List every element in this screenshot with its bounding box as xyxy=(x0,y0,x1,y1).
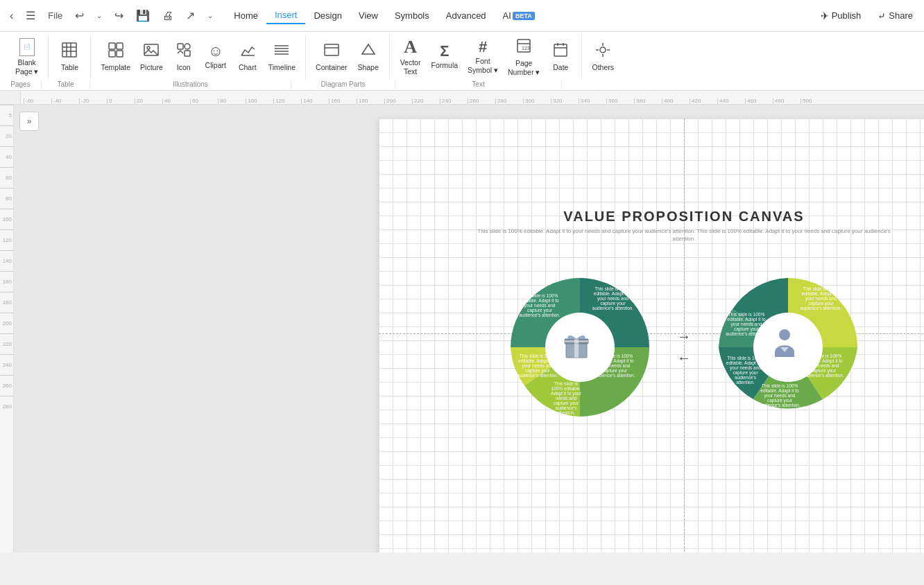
icon-button[interactable]: Icon xyxy=(169,39,199,75)
container-button[interactable]: Container xyxy=(311,39,352,75)
slide-title-container: VALUE PROPOSITION CANVAS This slide is 1… xyxy=(476,209,892,243)
ruler-tick: 140 xyxy=(301,98,329,104)
top-bar: ‹ ☰ File ↩ ⌄ ↪ 💾 🖨 ↗ ⌄ Home Insert Desig… xyxy=(0,0,924,32)
menu-view[interactable]: View xyxy=(350,8,386,24)
ribbon-label-table: Table xyxy=(42,80,90,88)
right-circle[interactable]: This slide is 100% editable. Adapt it to… xyxy=(712,271,864,424)
others-icon xyxy=(594,42,611,61)
font-symbol-label: FontSymbol ▾ xyxy=(468,57,498,74)
ribbon-label-illustrations: Illustrations xyxy=(90,80,291,88)
icon-icon xyxy=(176,42,192,61)
file-menu[interactable]: File xyxy=(44,8,67,24)
share-button[interactable]: ⤶ Share xyxy=(872,8,918,24)
canvas-content[interactable]: VALUE PROPOSITION CANVAS This slide is 1… xyxy=(379,119,924,552)
ruler-tick: 160 xyxy=(329,98,357,104)
font-symbol-icon: # xyxy=(479,40,487,55)
redo-button[interactable]: ↪ xyxy=(110,6,128,25)
ruler-h-inner: -60 -40 -20 0 20 40 60 80 100 120 140 16… xyxy=(21,91,828,104)
arrows-container: → ← xyxy=(656,329,712,366)
svg-rect-8 xyxy=(117,51,123,57)
more-button[interactable]: ⌄ xyxy=(203,9,217,22)
slide-main-title: VALUE PROPOSITION CANVAS xyxy=(476,209,892,225)
clipart-label: Clipart xyxy=(205,61,226,70)
ribbon-label-text: Text xyxy=(395,80,562,88)
svg-text:123: 123 xyxy=(522,46,530,51)
formula-icon: Σ xyxy=(440,44,449,59)
ruler-tick: 480 xyxy=(773,98,801,104)
publish-button[interactable]: ✈ Publish xyxy=(815,8,867,24)
ruler-tick-v: 240 xyxy=(0,354,13,375)
save-button[interactable]: 💾 xyxy=(132,6,154,25)
vector-text-button[interactable]: A VectorText xyxy=(395,35,426,78)
timeline-button[interactable]: Timeline xyxy=(264,39,300,75)
menu-button[interactable]: ☰ xyxy=(22,6,40,25)
ruler-tick: 440 xyxy=(717,98,745,104)
menu-symbols[interactable]: Symbols xyxy=(386,8,438,24)
others-label: Others xyxy=(592,63,615,72)
file-label: File xyxy=(48,10,62,21)
print-button[interactable]: 🖨 xyxy=(158,7,178,25)
ruler-tick: 500 xyxy=(801,98,828,104)
main-content: 5 20 40 60 80 100 120 140 160 180 200 22… xyxy=(0,105,924,552)
svg-point-28 xyxy=(600,47,606,53)
ribbon-label-empty xyxy=(562,80,924,88)
ruler-tick: 340 xyxy=(579,98,606,104)
menu-home[interactable]: Home xyxy=(225,8,266,24)
undo-dropdown[interactable]: ⌄ xyxy=(92,9,106,22)
menu-insert[interactable]: Insert xyxy=(266,7,306,24)
ruler-tick-v: 5 xyxy=(0,105,13,125)
ruler-tick: 60 xyxy=(190,98,218,104)
ruler-tick-v: 220 xyxy=(0,333,13,354)
canvas-wrapper: » VALUE PROPOSITION CANVAS This slide is… xyxy=(14,105,924,552)
ruler-tick-v: 60 xyxy=(0,167,13,188)
left-circle[interactable]: This slide is 100% editable. Adapt it to… xyxy=(504,271,656,424)
formula-button[interactable]: Σ Formula xyxy=(427,41,463,73)
collapse-sidebar-button[interactable]: » xyxy=(19,112,39,131)
ribbon-group-text: A VectorText Σ Formula # FontSymbol ▾ 12… xyxy=(390,35,583,79)
back-button[interactable]: ‹ xyxy=(6,7,17,25)
chart-label: Chart xyxy=(239,63,257,72)
gift-icon xyxy=(565,335,588,358)
ruler-tick: 40 xyxy=(162,98,190,104)
ruler-tick: 20 xyxy=(135,98,162,104)
chart-button[interactable]: Chart xyxy=(232,39,263,75)
date-label: Date xyxy=(553,63,568,72)
left-circle-svg: This slide is 100% editable. Adapt it to… xyxy=(504,271,656,424)
clipart-icon: ☺ xyxy=(208,44,223,59)
shape-button[interactable]: Shape xyxy=(353,39,384,75)
ruler-tick-v: 280 xyxy=(0,396,13,417)
ruler-tick: 300 xyxy=(523,98,551,104)
menu-items: Home Insert Design View Symbols Advanced… xyxy=(225,7,542,24)
blank-page-button[interactable]: 📄 BlankPage ▾ xyxy=(11,35,42,78)
timeline-icon xyxy=(273,42,290,61)
ai-badge: BETA xyxy=(513,12,535,20)
menu-advanced[interactable]: Advanced xyxy=(438,8,495,24)
clipart-button[interactable]: ☺ Clipart xyxy=(200,41,231,73)
page-number-button[interactable]: 123 PageNumber ▾ xyxy=(504,35,544,79)
shape-label: Shape xyxy=(357,63,378,72)
template-button[interactable]: Template xyxy=(96,39,135,75)
ruler-tick-v: 160 xyxy=(0,271,13,292)
ruler-tick: 360 xyxy=(606,98,634,104)
ribbon-group-diagram: Container Shape xyxy=(306,35,390,79)
template-label: Template xyxy=(101,63,130,72)
svg-rect-5 xyxy=(109,43,115,49)
canvas-page: VALUE PROPOSITION CANVAS This slide is 1… xyxy=(379,119,924,552)
svg-rect-37 xyxy=(565,340,588,342)
ruler-tick: 280 xyxy=(495,98,523,104)
right-arrow: → xyxy=(677,329,691,344)
others-button[interactable]: Others xyxy=(588,39,618,75)
table-icon xyxy=(61,42,78,61)
menu-ai[interactable]: AI BETA xyxy=(495,8,543,24)
undo-button[interactable]: ↩ xyxy=(71,6,88,25)
ruler-tick: 200 xyxy=(384,98,412,104)
menu-design[interactable]: Design xyxy=(305,8,350,24)
export-button[interactable]: ↗ xyxy=(182,6,199,25)
svg-rect-24 xyxy=(554,44,567,56)
font-symbol-button[interactable]: # FontSymbol ▾ xyxy=(463,37,502,77)
table-button[interactable]: Table xyxy=(54,39,85,75)
ruler-tick-v: 180 xyxy=(0,292,13,313)
table-label: Table xyxy=(61,63,78,72)
picture-button[interactable]: Picture xyxy=(136,39,167,75)
date-button[interactable]: Date xyxy=(545,39,576,75)
